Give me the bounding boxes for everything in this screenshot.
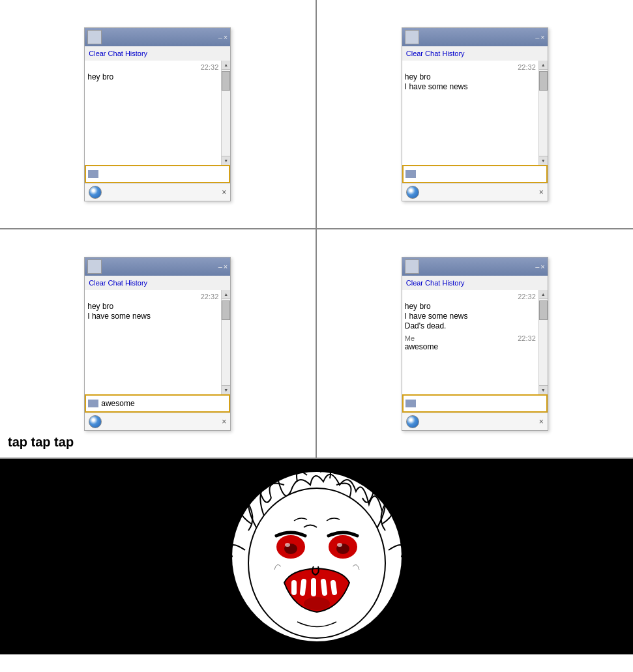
panel-3: – × Clear Chat History 22:32 hey bro I h… [0,229,317,458]
scroll-down-1[interactable]: ▼ [222,156,230,165]
clear-history-4: Clear Chat History [402,276,548,290]
toolbar-3: × [85,413,230,430]
minimize-btn-2[interactable]: – [535,33,539,41]
clear-history-1: Clear Chat History [85,46,230,61]
chat-msg-3-1: I have some news [87,312,218,321]
minimize-btn-1[interactable]: – [218,33,222,41]
clear-history-3: Clear Chat History [85,276,230,290]
chat-msg-4-1: I have some news [405,312,536,321]
minimize-btn-3[interactable]: – [218,263,222,270]
panel-2: – × Clear Chat History 22:32 hey bro I h… [317,0,634,228]
panel-1: – × Clear Chat History 22:32 hey bro ▲ ▼ [0,0,317,228]
input-area-3[interactable]: awesome [85,394,230,413]
chat-msg-3-0: hey bro [87,302,218,311]
rage-face-container [219,465,415,648]
titlebar-3: – × [85,257,230,276]
messages-inner-2: 22:32 hey bro I have some news [402,61,538,95]
scroll-down-4[interactable]: ▼ [539,385,548,394]
scroll-down-3[interactable]: ▼ [222,385,230,394]
input-icon-3 [88,400,98,407]
chat-time-3: 22:32 [87,293,218,300]
chat-window-3: – × Clear Chat History 22:32 hey bro I h… [84,257,231,431]
svg-point-8 [304,597,330,610]
scroll-thumb-1[interactable] [222,71,230,91]
toolbar-2: × [402,183,548,201]
clear-history-link-1[interactable]: Clear Chat History [89,50,147,57]
chat-window-1: – × Clear Chat History 22:32 hey bro ▲ ▼ [84,27,231,201]
scroll-thumb-2[interactable] [539,71,548,91]
chat-time-4: 22:32 [405,293,536,300]
clear-history-link-3[interactable]: Clear Chat History [89,279,147,287]
toolbar-close-2[interactable]: × [539,188,544,197]
messages-inner-4: 22:32 hey bro I have some news Dad's dea… [402,290,538,355]
my-msg-row-4: Me 22:32 [405,334,536,342]
scroll-up-1[interactable]: ▲ [222,61,230,70]
my-chat-msg-4: awesome [405,342,536,351]
panel-4: – × Clear Chat History 22:32 hey bro I h… [317,229,634,458]
rage-face-svg [219,465,415,648]
toolbar-close-3[interactable]: × [222,417,226,426]
scroll-track-3 [222,320,230,385]
tap-label: tap tap tap [8,435,74,450]
input-icon-4 [405,400,416,407]
svg-point-7 [337,543,342,547]
messages-inner-1: 22:32 hey bro [85,61,221,85]
clear-history-link-4[interactable]: Clear Chat History [406,279,465,287]
globe-icon-3[interactable] [89,415,102,428]
input-area-2 [402,165,548,183]
scroll-up-2[interactable]: ▲ [539,61,548,70]
toolbar-close-4[interactable]: × [539,417,544,426]
scrollbar-2[interactable]: ▲ ▼ [538,61,548,165]
scroll-thumb-3[interactable] [222,300,230,320]
input-text-3: awesome [101,399,227,408]
titlebar-2: – × [402,28,548,46]
scroll-up-4[interactable]: ▲ [539,290,548,299]
chat-msg-2-1: I have some news [405,82,536,91]
scroll-track-4 [539,320,548,385]
my-sender-name-4: Me [405,334,415,342]
toolbar-4: × [402,413,548,430]
avatar-4 [405,259,419,274]
messages-area-1: 22:32 hey bro ▲ ▼ [85,61,230,165]
avatar-1 [87,30,102,44]
chat-time-1: 22:32 [87,63,218,71]
toolbar-close-1[interactable]: × [222,188,226,197]
avatar-2 [405,30,419,44]
avatar-3 [87,259,102,274]
chat-window-2: – × Clear Chat History 22:32 hey bro I h… [402,27,548,201]
globe-icon-1[interactable] [89,186,102,199]
scroll-down-2[interactable]: ▼ [539,156,548,165]
scrollbar-1[interactable]: ▲ ▼ [221,61,230,165]
minimize-btn-4[interactable]: – [535,263,539,270]
scrollbar-4[interactable]: ▲ ▼ [538,290,548,394]
globe-icon-4[interactable] [406,415,419,428]
titlebar-1: – × [85,28,230,46]
scroll-track-2 [539,91,548,156]
scroll-up-3[interactable]: ▲ [222,290,230,299]
chat-msg-2-0: hey bro [405,72,536,81]
close-btn-1[interactable]: × [224,33,228,41]
scroll-thumb-4[interactable] [539,300,548,320]
chat-msg-1-0: hey bro [87,72,218,81]
scroll-track-1 [222,91,230,156]
titlebar-controls-3: – × [218,263,228,270]
input-icon-1 [88,170,98,178]
chat-msg-4-0: hey bro [405,302,536,311]
close-btn-3[interactable]: × [224,263,228,270]
titlebar-controls-1: – × [218,33,228,41]
titlebar-controls-4: – × [535,263,545,270]
svg-point-6 [285,543,290,547]
clear-history-2: Clear Chat History [402,46,548,61]
toolbar-1: × [85,183,230,201]
input-area-4 [402,394,548,413]
input-icon-2 [405,170,416,178]
titlebar-4: – × [402,257,548,276]
bottom-section [0,459,633,654]
close-btn-2[interactable]: × [540,33,544,41]
scrollbar-3[interactable]: ▲ ▼ [221,290,230,394]
messages-area-2: 22:32 hey bro I have some news ▲ ▼ [402,61,548,165]
close-btn-4[interactable]: × [540,263,544,270]
globe-icon-2[interactable] [406,186,419,199]
clear-history-link-2[interactable]: Clear Chat History [406,50,465,57]
chat-msg-4-2: Dad's dead. [405,321,536,330]
